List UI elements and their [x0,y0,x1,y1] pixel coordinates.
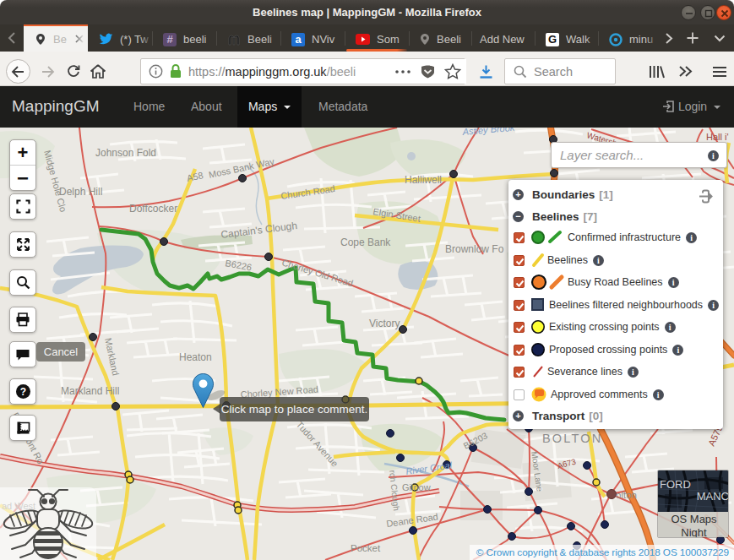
svg-text:Delph Hill: Delph Hill [59,186,102,198]
svg-text:Johnson Fold: Johnson Fold [95,147,156,159]
svg-text:MANC: MANC [697,490,729,503]
svg-text:Gilnow: Gilnow [402,482,431,492]
svg-text:BOLTON: BOLTON [542,432,602,445]
svg-text:Victory: Victory [369,318,400,329]
svg-text:Pocket: Pocket [351,543,381,553]
svg-text:?: ? [19,386,25,398]
svg-text:Cope Bank: Cope Bank [340,237,391,248]
svg-text:Heaton: Heaton [179,351,212,363]
svg-text:Brownlow Fo: Brownlow Fo [445,243,504,255]
svg-text:FORD: FORD [660,478,691,491]
svg-text:Markland Hill: Markland Hill [61,385,119,397]
svg-text:Doffcocker: Doffcocker [129,203,177,215]
svg-text:Hall i': Hall i' [706,132,729,142]
svg-text:olton: olton [616,490,637,500]
svg-text:Halliwell: Halliwell [405,174,442,186]
